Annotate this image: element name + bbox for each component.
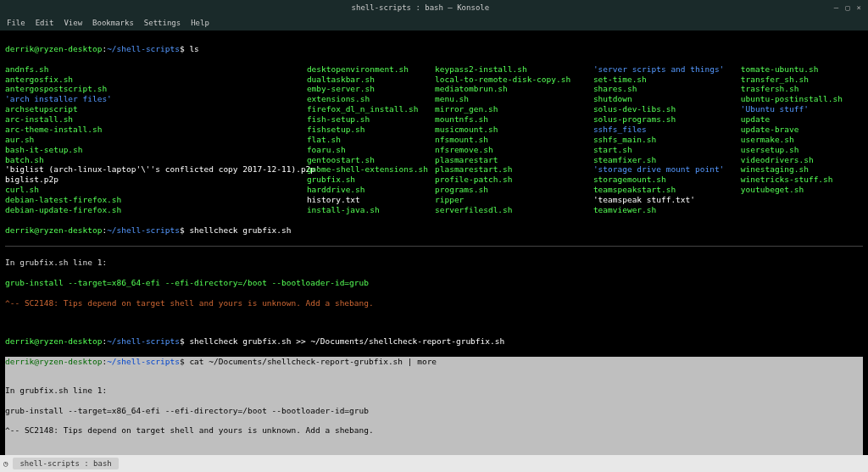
file-entry: biglist.p2p xyxy=(5,175,307,185)
cmd-ls: ls xyxy=(189,44,198,53)
file-entry: install-java.sh xyxy=(307,205,435,215)
file-entry: debian-latest-firefox.sh xyxy=(5,195,307,205)
cmd-shellcheck1: shellcheck grubfix.sh xyxy=(189,225,291,235)
file-entry: 'Ubuntu stuff' xyxy=(741,104,863,114)
file-entry: storagemount.sh xyxy=(593,175,741,185)
file-entry: tomate-ubuntu.sh xyxy=(741,64,863,75)
file-entry: solus-programs.sh xyxy=(593,114,741,125)
file-entry: transfer_sh.sh xyxy=(741,75,863,85)
menu-view[interactable]: View xyxy=(64,19,82,27)
file-entry: set-time.sh xyxy=(593,75,741,85)
file-entry: profile-patch.sh xyxy=(435,175,593,185)
file-entry: foaru.sh xyxy=(307,145,435,155)
file-entry: update-brave xyxy=(741,125,863,135)
file-entry: gnome-shell-extensions.sh xyxy=(307,164,435,175)
cmd-shellcheck2: shellcheck grubfix.sh >> ~/Documents/she… xyxy=(189,336,504,346)
taskbar-item-konsole[interactable]: shell-scripts : bash xyxy=(13,458,118,469)
file-entry: 'biglist (arch-linux-laptop'\''s conflic… xyxy=(5,164,307,175)
file-entry: debian-update-firefox.sh xyxy=(5,205,307,215)
file-entry: nfsremove.sh xyxy=(435,145,593,155)
file-entry: dualtaskbar.sh xyxy=(307,75,435,85)
file-entry: mountnfs.sh xyxy=(435,114,593,125)
minimize-button[interactable]: — xyxy=(834,3,838,12)
file-entry: ubuntu-postinstall.sh xyxy=(741,94,863,104)
file-entry: videodrivers.sh xyxy=(741,155,863,165)
window-controls: — ▢ × xyxy=(834,3,861,12)
shellcheck-out-2: In grubfix.sh line 1: xyxy=(5,386,863,396)
file-entry: flat.sh xyxy=(307,135,435,145)
menu-file[interactable]: File xyxy=(7,19,25,27)
file-entry: teamviewer.sh xyxy=(593,205,741,215)
file-entry: curl.sh xyxy=(5,185,307,195)
file-entry: bash-it-setup.sh xyxy=(5,145,307,155)
file-entry: sshfs_main.sh xyxy=(593,135,741,145)
file-entry: 'storage drive mount point' xyxy=(593,164,741,175)
file-entry: firefox_dl_n_install.sh xyxy=(307,104,435,114)
menu-bookmarks[interactable]: Bookmarks xyxy=(92,19,134,27)
file-entry: winestaging.sh xyxy=(741,164,863,175)
file-entry: extensions.sh xyxy=(307,94,435,104)
file-entry: shares.sh xyxy=(593,84,741,94)
taskbar: ◷ shell-scripts : bash xyxy=(0,455,868,472)
start-button[interactable]: ◷ xyxy=(3,459,8,468)
file-entry: nfsmount.sh xyxy=(435,135,593,145)
file-entry: gentoostart.sh xyxy=(307,155,435,165)
cmd-cat: cat ~/Documents/shellcheck-report-grubfi… xyxy=(189,357,437,366)
file-entry: arc-theme-install.sh xyxy=(5,125,307,135)
menu-edit[interactable]: Edit xyxy=(36,19,54,27)
file-entry: 'server scripts and things' xyxy=(593,64,741,75)
file-entry: arc-install.sh xyxy=(5,114,307,125)
file-entry: teamspeakstart.sh xyxy=(593,185,741,195)
file-entry: trasfersh.sh xyxy=(741,84,863,94)
file-entry: batch.sh xyxy=(5,155,307,165)
file-entry: winetricks-stuff.sh xyxy=(741,175,863,185)
file-entry: archsetupscript xyxy=(5,104,307,114)
file-entry: usersetup.sh xyxy=(741,145,863,155)
file-entry: start.sh xyxy=(593,145,741,155)
file-entry: youtubeget.sh xyxy=(741,185,863,195)
menu-help[interactable]: Help xyxy=(191,19,209,27)
divider xyxy=(5,246,863,247)
file-entry: antergospostscript.sh xyxy=(5,84,307,94)
file-entry: plasmarestart.sh xyxy=(435,164,593,175)
menu-settings[interactable]: Settings xyxy=(144,19,181,27)
file-entry: 'arch installer files' xyxy=(5,94,307,104)
file-entry: fish-setup.sh xyxy=(307,114,435,125)
file-entry: history.txt xyxy=(307,195,435,205)
file-entry: local-to-remote-disk-copy.sh xyxy=(435,75,593,85)
menubar: File Edit View Bookmarks Settings Help xyxy=(0,15,868,31)
file-entry: andnfs.sh xyxy=(5,64,307,75)
file-entry: programs.sh xyxy=(435,185,593,195)
ls-output: andnfs.shantergosfix.shantergospostscrip… xyxy=(5,64,863,215)
file-entry: usermake.sh xyxy=(741,135,863,145)
window-title: shell-scripts : bash — Konsole xyxy=(7,3,834,12)
file-entry: fishsetup.sh xyxy=(307,125,435,135)
titlebar: shell-scripts : bash — Konsole — ▢ × xyxy=(0,0,868,15)
file-entry: plasmarestart xyxy=(435,155,593,165)
file-entry: mediatombrun.sh xyxy=(435,84,593,94)
file-entry: grubfix.sh xyxy=(307,175,435,185)
file-entry: emby-server.sh xyxy=(307,84,435,94)
prompt-path: ~/shell-scripts xyxy=(107,44,180,53)
close-button[interactable]: × xyxy=(857,3,861,12)
file-entry: antergosfix.sh xyxy=(5,75,307,85)
file-entry: shutdown xyxy=(593,94,741,104)
file-entry: ripper xyxy=(435,195,593,205)
file-entry: desktopenvironment.sh xyxy=(307,64,435,75)
file-entry: mirror_gen.sh xyxy=(435,104,593,114)
file-entry: update xyxy=(741,114,863,125)
file-entry: 'teamspeak stuff.txt' xyxy=(593,195,741,205)
file-entry: menu.sh xyxy=(435,94,593,104)
maximize-button[interactable]: ▢ xyxy=(845,3,849,12)
selected-block: derrik@ryzen-desktop:~/shell-scripts$ ca… xyxy=(5,357,863,455)
file-entry: keypass2-install.sh xyxy=(435,64,593,75)
file-entry: solus-dev-libs.sh xyxy=(593,104,741,114)
shellcheck-out-1: In grubfix.sh line 1: xyxy=(5,258,863,268)
prompt-user: derrik@ryzen-desktop xyxy=(5,44,102,53)
file-entry: serverfilesdl.sh xyxy=(435,205,593,215)
file-entry: musicmount.sh xyxy=(435,125,593,135)
file-entry: aur.sh xyxy=(5,135,307,145)
file-entry: steamfixer.sh xyxy=(593,155,741,165)
terminal[interactable]: derrik@ryzen-desktop:~/shell-scripts$ ls… xyxy=(0,31,868,455)
file-entry: harddrive.sh xyxy=(307,185,435,195)
